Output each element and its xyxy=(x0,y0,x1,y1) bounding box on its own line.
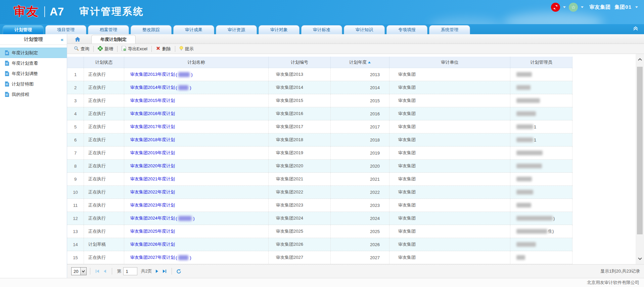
plan-status: 正在执行 xyxy=(84,251,124,264)
module-tab-9[interactable]: 审计知识 xyxy=(344,25,385,34)
module-tab-1[interactable]: 计划管理 xyxy=(3,25,44,34)
row-number: 15 xyxy=(67,251,84,264)
plan-name-text: 审友集团2024年度计划 xyxy=(130,215,175,221)
favorite-dropdown-caret[interactable] xyxy=(581,6,584,8)
module-tab-10[interactable]: 专项填报 xyxy=(386,25,427,34)
plan-name-link[interactable]: 审友集团2026年度计划 xyxy=(130,241,175,247)
table-row: 5正在执行审友集团2017年度计划审友集团20172017审友集团1 xyxy=(67,120,572,133)
next-page-button[interactable] xyxy=(153,268,161,275)
vertical-scrollbar[interactable] xyxy=(636,54,644,264)
plan-name-link[interactable]: 审友集团2020年度计划 xyxy=(130,163,175,169)
plan-manager-cell xyxy=(510,160,572,172)
manager-suffix: 1 xyxy=(534,137,536,142)
last-page-button[interactable] xyxy=(161,268,168,275)
star-icon[interactable]: ☆ xyxy=(569,3,578,12)
column-header-计划管理员[interactable]: 计划管理员 xyxy=(510,57,572,68)
logo-divider xyxy=(44,6,45,17)
plan-status: 正在执行 xyxy=(84,94,124,107)
refresh-icon[interactable] xyxy=(551,3,560,12)
plan-name-link[interactable]: 审友集团2025年度计划 xyxy=(130,228,175,234)
scrollbar-thumb[interactable] xyxy=(637,67,643,234)
table-content-area: 计划状态计划名称计划编号计划年度审计单位计划管理员 1正在执行审友集团2013年… xyxy=(67,54,644,264)
sidebar-item-3[interactable]: 年度计划调整 xyxy=(0,68,67,79)
app-footer: 北京用友审计软件有限公司 xyxy=(0,278,644,287)
plan-status: 正在执行 xyxy=(84,160,124,172)
column-header-计划编号[interactable]: 计划编号 xyxy=(269,57,331,68)
plan-year: 2024 xyxy=(331,212,389,225)
plan-manager-cell: ) xyxy=(510,212,572,225)
plan-name-link[interactable]: 审友集团2018年度计划 xyxy=(130,137,175,143)
plan-name-link[interactable]: 审友集团2024年度计划 () xyxy=(130,215,195,221)
table-row: 13正在执行审友集团2025年度计划审友集团20252025审友集团生) xyxy=(67,225,572,238)
sidebar-item-2[interactable]: 年度计划查看 xyxy=(0,58,67,68)
column-header-审计单位[interactable]: 审计单位 xyxy=(389,57,510,68)
first-page-button[interactable] xyxy=(94,268,101,275)
plan-name-link[interactable]: 审友集团2021年度计划 xyxy=(130,176,175,182)
delete-icon xyxy=(156,46,160,52)
plan-name-link[interactable]: 审友集团2027年度计划 () xyxy=(130,254,191,261)
breadcrumb-bar: 年度计划制定 xyxy=(67,34,644,44)
module-tab-5[interactable]: 审计成果 xyxy=(173,25,214,34)
plan-manager-cell xyxy=(510,173,572,185)
plan-name-link[interactable]: 审友集团2017年度计划 xyxy=(130,124,175,130)
column-header-计划名称[interactable]: 计划名称 xyxy=(124,57,269,68)
column-header-计划年度[interactable]: 计划年度 xyxy=(331,57,389,68)
row-number: 12 xyxy=(67,212,84,225)
column-header-计划状态[interactable]: 计划状态 xyxy=(84,57,124,68)
app-window: 审友 A7 审计管理系统 ☆ 审友集团 集团01 计划管理项目管理档案管理整改跟… xyxy=(0,0,644,287)
scroll-down-arrow[interactable] xyxy=(636,254,644,264)
paren-close: ) xyxy=(193,216,194,221)
sidebar-item-4[interactable]: 计划甘特图 xyxy=(0,79,67,89)
scroll-up-arrow[interactable] xyxy=(636,55,644,64)
plan-name-link[interactable]: 审友集团2015年度计划 xyxy=(130,98,175,104)
home-icon[interactable] xyxy=(75,37,81,42)
page-tab[interactable]: 年度计划制定 xyxy=(91,35,136,44)
module-tab-4[interactable]: 整改跟踪 xyxy=(131,25,172,34)
redacted-text xyxy=(516,229,547,234)
plan-code: 审友集团2016 xyxy=(269,107,331,120)
sidebar-collapse-icon[interactable]: « xyxy=(61,37,63,42)
plan-name-link[interactable]: 审友集团2014年度计划 () xyxy=(130,84,191,91)
plan-status: 正在执行 xyxy=(84,212,124,225)
plan-name-link[interactable]: 审友集团2016年度计划 xyxy=(130,111,175,117)
toolbar-button-label: 查询 xyxy=(81,46,89,52)
paren-open: ( xyxy=(176,216,177,221)
sidebar-item-1[interactable]: 年度计划制定 xyxy=(0,48,67,58)
plan-name-text: 审友集团2026年度计划 xyxy=(130,241,175,247)
plan-year: 2013 xyxy=(331,68,389,81)
toolbar-button-查询[interactable]: 查询 xyxy=(71,45,92,53)
toolbar-button-删除[interactable]: 删除 xyxy=(153,45,174,53)
page-number-input[interactable] xyxy=(123,267,137,275)
plan-manager-cell xyxy=(510,68,572,81)
toolbar-button-导出Excel[interactable]: 导出Excel xyxy=(119,45,150,53)
plan-name-link[interactable]: 审友集团2023年度计划 xyxy=(130,202,175,208)
module-tab-2[interactable]: 项目管理 xyxy=(45,25,86,34)
module-tab-8[interactable]: 审计标准 xyxy=(301,25,342,34)
module-tab-3[interactable]: 档案管理 xyxy=(88,25,129,34)
sidebar-item-5[interactable]: 我的排程 xyxy=(0,89,67,100)
plan-status: 正在执行 xyxy=(84,107,124,120)
reload-grid-icon[interactable] xyxy=(175,268,183,275)
table-row: 14计划草稿审友集团2026年度计划审友集团20262026审友集团 xyxy=(67,238,572,251)
toolbar-button-新增[interactable]: 新增 xyxy=(95,45,116,53)
refresh-dropdown-caret[interactable] xyxy=(563,6,566,8)
module-tab-7[interactable]: 审计对象 xyxy=(259,25,300,34)
plan-name-text: 审友集团2014年度计划 xyxy=(130,84,175,91)
page-size-select[interactable]: 20 xyxy=(71,267,87,275)
toolbar-button-提示[interactable]: 提示 xyxy=(177,45,196,53)
plan-name-link[interactable]: 审友集团2013年度计划 () xyxy=(130,71,193,77)
sidebar-item-label: 年度计划查看 xyxy=(12,60,38,66)
user-dropdown-caret[interactable] xyxy=(635,6,638,8)
plan-code: 审友集团2025 xyxy=(269,225,331,238)
collapse-header-icon[interactable] xyxy=(633,25,639,32)
module-tab-6[interactable]: 审计资源 xyxy=(216,25,257,34)
plan-name-link[interactable]: 审友集团2019年度计划 xyxy=(130,150,175,156)
module-tabstrip: 计划管理项目管理档案管理整改跟踪审计成果审计资源审计对象审计标准审计知识专项填报… xyxy=(0,24,644,34)
plan-status: 正在执行 xyxy=(84,68,124,81)
prev-page-button[interactable] xyxy=(101,268,108,275)
plan-year: 2022 xyxy=(331,186,389,198)
page-size-caret xyxy=(80,268,86,275)
module-tab-11[interactable]: 系统管理 xyxy=(429,25,470,34)
table-row: 2正在执行审友集团2014年度计划 ()审友集团20142014审友集团 xyxy=(67,81,572,94)
plan-name-link[interactable]: 审友集团2022年度计划 xyxy=(130,189,175,195)
